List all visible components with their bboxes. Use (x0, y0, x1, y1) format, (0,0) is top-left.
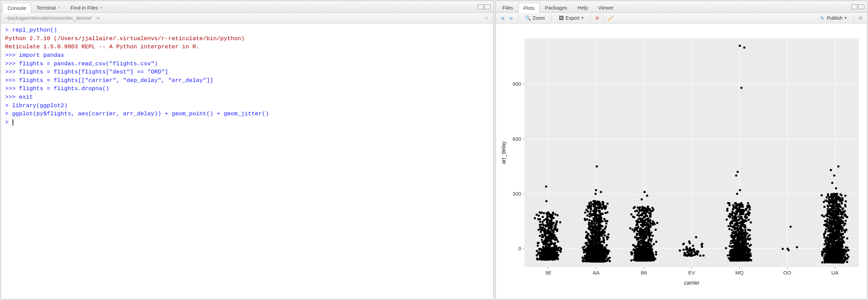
console-output[interactable]: > repl_python()Python 2.7.10 (/Users/jja… (1, 23, 493, 299)
minimize-pane-icon[interactable] (478, 4, 484, 9)
tab-viewer[interactable]: Viewer (593, 2, 619, 13)
svg-point-4004 (736, 210, 738, 212)
svg-point-5599 (829, 230, 831, 232)
svg-point-1907 (586, 242, 588, 244)
svg-point-5164 (829, 217, 831, 219)
svg-point-2001 (592, 203, 594, 205)
prev-plot-icon[interactable]: ◀ (499, 15, 505, 21)
tab-help[interactable]: Help (572, 2, 593, 13)
tab-files[interactable]: Files (497, 2, 518, 13)
svg-point-4001 (734, 251, 736, 253)
svg-point-3996 (737, 249, 739, 251)
svg-point-3973 (729, 251, 731, 253)
svg-point-3333 (747, 202, 749, 204)
clear-console-icon[interactable]: ✎ (484, 15, 490, 21)
svg-point-2645 (637, 206, 639, 209)
svg-point-1855 (605, 260, 607, 262)
svg-point-2812 (640, 232, 642, 234)
tab-packages[interactable]: Packages (540, 2, 572, 13)
svg-point-1814 (587, 233, 589, 235)
svg-point-5008 (831, 240, 833, 243)
close-icon[interactable]: × (100, 5, 103, 10)
svg-point-3002 (692, 245, 694, 247)
svg-point-615 (551, 229, 553, 231)
svg-point-2828 (638, 221, 640, 223)
svg-point-5560 (841, 220, 844, 222)
svg-point-3521 (740, 238, 742, 240)
svg-point-1983 (601, 252, 603, 254)
svg-point-599 (555, 249, 557, 251)
maximize-pane-icon[interactable] (484, 4, 490, 9)
svg-point-1664 (605, 244, 607, 246)
close-icon[interactable]: × (58, 5, 61, 10)
svg-point-3917 (745, 220, 747, 222)
svg-point-3959 (735, 220, 737, 222)
svg-point-5343 (844, 204, 846, 206)
svg-point-5345 (827, 224, 829, 226)
refresh-plot-icon[interactable]: ⟳ (857, 15, 864, 21)
svg-point-3983 (740, 249, 742, 251)
svg-point-1981 (588, 258, 590, 260)
svg-point-5476 (832, 205, 834, 207)
svg-point-5618 (838, 228, 840, 230)
svg-point-1140 (606, 211, 608, 213)
goto-dir-icon[interactable]: ➔ (95, 15, 101, 21)
tab-console[interactable]: Console (2, 3, 31, 13)
svg-point-456 (552, 212, 554, 214)
svg-point-621 (539, 235, 541, 237)
svg-point-2737 (637, 241, 639, 243)
svg-point-4517 (845, 220, 847, 222)
svg-point-631 (552, 243, 554, 245)
svg-point-1804 (595, 240, 597, 243)
svg-point-3214 (728, 204, 730, 206)
tab-terminal[interactable]: Terminal× (31, 2, 65, 13)
tab-label: Packages (545, 5, 567, 11)
zoom-button[interactable]: 🔍 Zoom (522, 14, 548, 22)
clear-all-plots-icon[interactable]: 🧹 (607, 15, 614, 21)
svg-point-3906 (730, 260, 732, 262)
svg-point-1976 (602, 260, 604, 262)
svg-point-5622 (837, 256, 839, 258)
svg-point-1892 (591, 233, 593, 235)
export-button[interactable]: 🖼 Export ▼ (555, 14, 587, 22)
console-path-bar: ~/packages/reticulate/issues/doc_demos/ … (1, 13, 493, 23)
svg-point-375 (559, 221, 561, 223)
svg-point-644 (545, 185, 547, 187)
tab-label: Console (7, 5, 26, 11)
svg-point-5520 (832, 229, 834, 231)
svg-point-3284 (725, 247, 727, 249)
svg-point-2870 (647, 205, 649, 207)
svg-point-3336 (749, 208, 751, 210)
svg-point-5590 (838, 246, 840, 248)
svg-point-620 (542, 223, 544, 225)
next-plot-icon[interactable]: ▶ (509, 15, 515, 21)
tab-plots[interactable]: Plots (518, 3, 540, 13)
svg-point-5609 (834, 247, 836, 249)
svg-point-2041 (594, 251, 596, 253)
maximize-pane-icon[interactable] (858, 4, 864, 9)
svg-point-2311 (636, 214, 638, 216)
svg-point-1834 (590, 226, 592, 228)
remove-plot-icon[interactable]: ⊘ (594, 15, 600, 21)
svg-point-593 (546, 243, 548, 245)
svg-point-579 (537, 218, 539, 220)
svg-point-3988 (734, 256, 736, 258)
svg-point-482 (537, 245, 539, 247)
svg-point-2998 (701, 244, 703, 246)
svg-point-3542 (744, 238, 746, 240)
svg-point-501 (541, 239, 543, 241)
svg-point-5524 (835, 217, 837, 219)
publish-button[interactable]: ↻ Publish ▼ (816, 14, 850, 22)
minimize-pane-icon[interactable] (851, 4, 857, 9)
svg-point-3919 (739, 226, 741, 228)
tab-find-in-files[interactable]: Find in Files× (65, 2, 107, 13)
svg-point-5412 (823, 201, 825, 203)
svg-point-603 (540, 229, 542, 231)
svg-point-217 (555, 223, 557, 226)
svg-point-5563 (837, 234, 839, 236)
svg-point-4931 (824, 230, 827, 232)
svg-point-3995 (738, 231, 740, 233)
svg-point-521 (554, 213, 556, 215)
svg-point-3944 (735, 212, 737, 214)
svg-point-5565 (840, 258, 842, 260)
